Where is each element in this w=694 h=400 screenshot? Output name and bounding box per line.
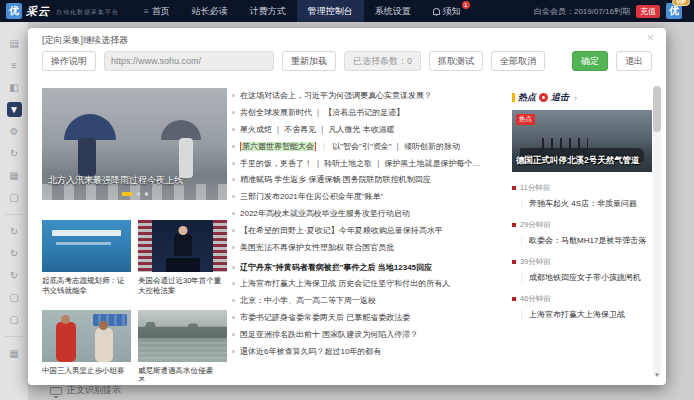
sync3-icon[interactable]: ↻ <box>7 268 22 283</box>
headline-list: 在这场对话会上，习近平为何强调要真心实意谋发展？共创全球发展新时代 ｜ 【沿着总… <box>232 91 508 364</box>
brand-tagline: 自动化数据采集平台 <box>56 8 119 19</box>
menu-grid-icon[interactable]: ▦ <box>7 168 22 183</box>
headline-item[interactable]: 辽宁丹东"持黄码者看病被拦"事件之后 当地12345回应 <box>232 263 508 273</box>
sync-icon[interactable]: ↻ <box>7 224 22 239</box>
scrollbar-down-arrow-icon[interactable]: ▼ <box>653 372 661 378</box>
hot-item: 29分钟前欧委会：马航MH17是被导弹击落 <box>512 220 652 246</box>
nav-item-label: 管理控制台 <box>308 5 353 18</box>
headline-item[interactable]: 市委书记跻身省委常委两天后 已掌舵省委政法委 <box>232 313 508 323</box>
list-icon[interactable]: ≡ <box>7 58 22 73</box>
headline-item[interactable]: 星火成炬 ｜ 不舍再见 ｜ 凡人微光 丰收温暖 <box>232 125 508 135</box>
scrollbar-track[interactable]: ▼ <box>653 86 661 377</box>
exit-button[interactable]: 退出 <box>616 51 652 71</box>
modal-title: [定向采集]继续选择器 <box>42 34 128 47</box>
photo-card[interactable]: 美国会通过近30年首个重大控枪法案 <box>138 220 227 296</box>
headline-text: 北京：中小学、高一高二等下周一返校 <box>240 296 376 306</box>
photo-caption: 威尼斯遭遇高水位侵袭 圣… <box>138 366 227 381</box>
nav-item-计费方式[interactable]: 计费方式 <box>239 0 297 22</box>
doc3-icon[interactable]: ▢ <box>7 312 22 327</box>
photo-card[interactable]: 威尼斯遭遇高水位侵袭 圣… <box>138 310 227 381</box>
headline-item[interactable]: 国足亚洲排名跌出前十 国家队建设为何陷入停滞？ <box>232 330 508 340</box>
doc2-icon[interactable]: ▢ <box>7 290 22 305</box>
left-icon-strip: ▤≡◧▼⚙↻▦▢↻↻↻▢▢▦ <box>0 22 28 400</box>
photo-card[interactable]: 中国三人男篮止步小组赛 <box>42 310 131 381</box>
hot-item: 11分钟前奔驰车起火 4S店：非质量问题 <box>512 183 652 209</box>
hot-item-time: 11分钟前 <box>520 183 550 193</box>
brand-logo-icon: 优 <box>6 3 22 19</box>
help-button[interactable]: 操作说明 <box>42 51 96 71</box>
hot-lead-card[interactable]: 热点 德国正式叫停北溪2号天然气管道 <box>512 110 652 172</box>
hot-item-time-row: 46分钟前 <box>512 294 652 304</box>
hot-panel-header[interactable]: 热点 追击 › <box>512 91 652 104</box>
nav-item-站长必读[interactable]: 站长必读 <box>181 0 239 22</box>
hot-item-time: 39分钟前 <box>520 257 551 267</box>
carousel-dot[interactable] <box>136 192 140 196</box>
collection-icon[interactable]: ◧ <box>7 80 22 95</box>
member-expiry-text: 白金会员：2019/07/16到期 <box>534 6 630 17</box>
headline-item[interactable]: 【在希望的田野上·夏收记】今年夏粮收购总量保持高水平 <box>232 226 508 236</box>
headline-text: 星火成炬 ｜ 不舍再见 ｜ 凡人微光 丰收温暖 <box>240 125 395 135</box>
carousel-dots <box>121 192 148 196</box>
refresh-icon[interactable]: ↻ <box>7 146 22 161</box>
url-input[interactable] <box>104 51 274 71</box>
reload-button[interactable]: 重新加载 <box>282 51 336 71</box>
nav-item-须知[interactable]: 须知1 <box>422 0 472 22</box>
hot-item-time: 46分钟前 <box>520 294 551 304</box>
headline-item[interactable]: 北京：中小学、高一高二等下周一返校 <box>232 296 508 306</box>
brand-name: 采云 <box>26 4 50 19</box>
doc-icon[interactable]: ▢ <box>7 190 22 205</box>
gear-icon[interactable]: ⚙ <box>7 124 22 139</box>
sync2-icon[interactable]: ↻ <box>7 246 22 261</box>
selected-element-highlight[interactable]: 第六届世界智能大会 <box>240 142 316 152</box>
bullet-icon <box>232 350 235 353</box>
hot-item: 39分钟前成都地铁回应女子带小孩跳闸机 <box>512 257 652 283</box>
headline-item[interactable]: 手里的饭，更香了！ ｜ 聆听土地之歌 ｜ 保护黑土地就是保护每个… <box>232 159 508 169</box>
chevron-right-icon: › <box>574 93 577 103</box>
bullet-icon <box>232 195 235 198</box>
headline-text: 手里的饭，更香了！ ｜ 聆听土地之歌 ｜ 保护黑土地就是保护每个… <box>240 159 481 169</box>
headline-item[interactable]: 2022年高校未就业高校毕业生服务攻坚行动启动 <box>232 209 508 219</box>
recharge-button[interactable]: 充值 <box>636 5 660 18</box>
headline-item[interactable]: 共创全球发展新时代 ｜ 【沿着总书记的足迹】 <box>232 108 508 118</box>
cancel-all-button[interactable]: 全部取消 <box>491 51 545 71</box>
headline-text: 精准赋码 学生返乡 保通保畅 国务院联防联控机制回应 <box>240 175 431 185</box>
bullet-icon <box>232 111 235 114</box>
headline-item[interactable]: 退休近6年被查算久吗？超过10年的都有 <box>232 347 508 357</box>
headline-item[interactable]: 精准赋码 学生返乡 保通保畅 国务院联防联控机制回应 <box>232 175 508 185</box>
nav-item-系统设置[interactable]: 系统设置 <box>364 0 422 22</box>
capture-test-button[interactable]: 抓取测试 <box>429 51 483 71</box>
carousel-image[interactable]: 北方入汛来最强降雨过程今夜上线 <box>42 88 227 200</box>
bullet-icon <box>232 94 235 97</box>
nav-item-管理控制台[interactable]: 管理控制台 <box>297 0 364 22</box>
headline-text: 市委书记跻身省委常委两天后 已掌舵省委政法委 <box>240 313 410 323</box>
headline-text: 在这场对话会上，习近平为何强调要真心实意谋发展？ <box>240 91 432 101</box>
hot-item-time-row: 11分钟前 <box>512 183 652 193</box>
hot-item-title[interactable]: 欧委会：马航MH17是被导弹击落 <box>521 236 652 246</box>
headline-item[interactable]: 第六届世界智能大会 ｜ 以"智会"引"资金" ｜ 倾听创新的脉动 <box>232 142 508 152</box>
headline-item[interactable]: 美国宪法不再保护女性堕胎权 联合国官员批 <box>232 243 508 253</box>
headline-item[interactable]: 三部门发布2021年住房公积金年度"账单" <box>232 192 508 202</box>
brand[interactable]: 优 采云 自动化数据采集平台 <box>6 3 119 19</box>
headline-item[interactable]: 在这场对话会上，习近平为何强调要真心实意谋发展？ <box>232 91 508 101</box>
photo-thumbnail <box>138 220 227 272</box>
red-square-icon <box>512 186 516 190</box>
carousel-dot-active[interactable] <box>121 192 132 196</box>
nav-item-首页[interactable]: ≡首页 <box>133 0 181 22</box>
hot-item-title[interactable]: 上海宣布打赢大上海保卫战 <box>521 310 652 320</box>
photo-card[interactable]: 起底高考志愿规划师：证书交钱就能拿 <box>42 220 131 296</box>
building-icon[interactable]: ▦ <box>7 346 22 361</box>
headline-text: 辽宁丹东"持黄码者看病被拦"事件之后 当地12345回应 <box>240 263 432 273</box>
stats-icon[interactable]: ▤ <box>7 36 22 51</box>
hot-item-title[interactable]: 成都地铁回应女子带小孩跳闸机 <box>521 273 652 283</box>
headline-item[interactable]: 上海宣布打赢大上海保卫战 历史会记住坚守和付出的所有人 <box>232 279 508 289</box>
carousel-dot[interactable] <box>144 192 148 196</box>
filter-icon[interactable]: ▼ <box>7 102 22 117</box>
photo-caption: 中国三人男篮止步小组赛 <box>42 366 131 376</box>
screen: 优 采云 自动化数据采集平台 ≡首页站长必读计费方式管理控制台系统设置须知1 白… <box>0 0 694 400</box>
scrollbar-thumb[interactable] <box>653 86 661 132</box>
player-shape <box>56 322 76 362</box>
confirm-button[interactable]: 确定 <box>572 51 608 71</box>
close-icon[interactable]: × <box>646 31 654 45</box>
vip-logo-wrap[interactable]: 优 VIP <box>666 3 682 19</box>
hot-item-title[interactable]: 奔驰车起火 4S店：非质量问题 <box>521 199 652 209</box>
